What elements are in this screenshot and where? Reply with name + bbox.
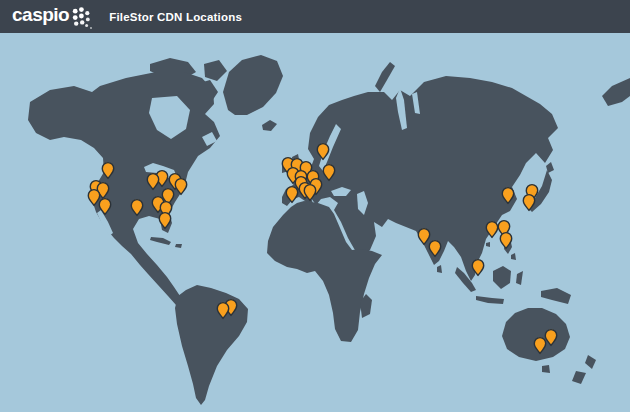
- page-title: FileStor CDN Locations: [109, 10, 242, 23]
- land-tasmania: [542, 365, 550, 373]
- filestor-cdn-map-widget: caspio FileStor CDN Locations: [0, 0, 630, 412]
- header-bar: caspio FileStor CDN Locations: [0, 0, 630, 33]
- caspio-logo-dots-icon: [72, 7, 93, 30]
- caspio-logo-text: caspio: [12, 4, 69, 26]
- world-map: [0, 0, 630, 412]
- caspio-logo: caspio: [12, 4, 93, 30]
